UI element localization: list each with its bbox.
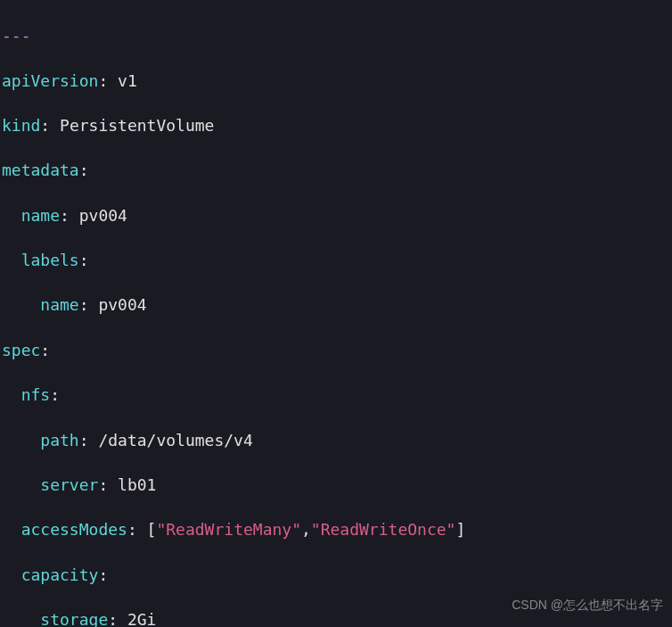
yaml-string: "ReadWriteMany" [156, 520, 301, 539]
code-line: name: pv004 [2, 293, 670, 316]
code-line: name: pv004 [2, 204, 670, 227]
yaml-key: name [40, 295, 78, 314]
watermark-text: CSDN @怎么也想不出名字 [512, 597, 663, 615]
code-line: metadata: [2, 159, 670, 181]
code-line: path: /data/volumes/v4 [2, 429, 670, 451]
yaml-key: server [40, 475, 98, 494]
yaml-value: pv004 [79, 206, 127, 225]
code-line: server: lb01 [2, 474, 670, 496]
yaml-key: accessModes [21, 520, 127, 539]
yaml-key: storage [40, 610, 108, 627]
code-line: accessModes: ["ReadWriteMany","ReadWrite… [2, 518, 670, 540]
separator-line: --- [2, 24, 670, 46]
yaml-key: apiVersion [2, 71, 98, 90]
yaml-key: spec [2, 341, 40, 359]
yaml-value: /data/volumes/v4 [98, 431, 252, 450]
yaml-key: name [21, 206, 60, 225]
yaml-value: 2Gi [127, 610, 157, 627]
code-line: nfs: [2, 384, 670, 406]
yaml-string: "ReadWriteOnce" [311, 520, 456, 539]
doc-separator: --- [2, 26, 31, 45]
yaml-value: PersistentVolume [60, 116, 214, 135]
yaml-key: metadata [2, 161, 79, 179]
yaml-value: lb01 [118, 475, 156, 494]
code-line: apiVersion: v1 [2, 70, 670, 92]
yaml-key: path [40, 431, 78, 450]
yaml-key: kind [2, 116, 40, 135]
code-line: capacity: [2, 564, 670, 586]
yaml-value: pv004 [98, 295, 146, 314]
code-line: labels: [2, 249, 670, 271]
yaml-key: labels [21, 251, 79, 269]
code-line: spec: [2, 339, 670, 361]
yaml-value: v1 [118, 71, 137, 90]
yaml-key: capacity [21, 565, 99, 584]
yaml-key: nfs [21, 385, 51, 404]
yaml-editor[interactable]: --- apiVersion: v1 kind: PersistentVolum… [2, 2, 670, 627]
code-line: kind: PersistentVolume [2, 114, 670, 136]
